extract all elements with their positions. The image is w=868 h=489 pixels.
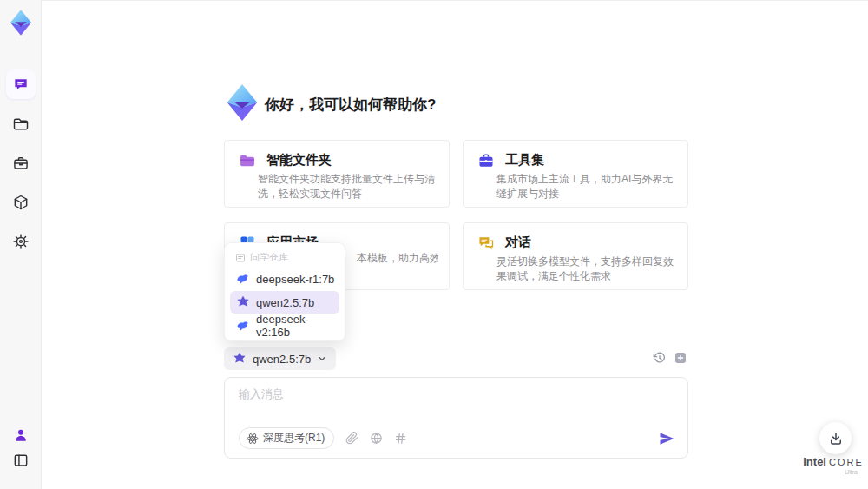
send-icon[interactable] — [658, 430, 675, 447]
briefcase-icon — [12, 155, 30, 172]
sidebar-item-toolkit[interactable] — [6, 149, 36, 178]
model-selector[interactable]: qwen2.5:7b — [224, 347, 336, 370]
card-title: 智能文件夹 — [266, 152, 332, 169]
sidebar-item-collapse[interactable] — [6, 446, 36, 475]
message-input[interactable] — [239, 387, 673, 421]
model-dropdown-header: 问学仓库 — [225, 243, 345, 267]
sidebar — [0, 0, 42, 489]
sidebar-item-folders[interactable] — [6, 109, 36, 139]
composer-toolbar: 深度思考(R1) — [239, 427, 675, 449]
page-title: 你好，我可以如何帮助你? — [265, 95, 436, 115]
qwen-icon — [236, 295, 250, 309]
card-description: 灵活切换多模型文件，支持多样回复效果调试，满足个性化需求 — [496, 254, 677, 284]
card-title: 工具集 — [505, 152, 544, 169]
card-dialogue[interactable]: 对话 灵活切换多模型文件，支持多样回复效果调试，满足个性化需求 — [463, 222, 688, 290]
download-icon — [828, 431, 844, 446]
card-description: 集成市场上主流工具，助力AI与外界无缝扩展与对接 — [496, 172, 677, 202]
model-option-deepseek-v2[interactable]: deepseek-v2:16b — [230, 314, 339, 337]
paperclip-icon[interactable] — [345, 432, 358, 445]
card-description: 智能文件夹功能支持批量文件上传与清洗，轻松实现文件问答 — [258, 172, 438, 202]
core-logo-text: CORE — [829, 457, 864, 467]
card-description: 本模板，助力高效生成多 — [357, 251, 438, 266]
chat-bubble-icon — [12, 76, 30, 93]
download-button[interactable] — [819, 422, 852, 454]
folder-icon — [12, 116, 30, 133]
intel-logo-text: intel — [803, 455, 826, 468]
history-icon[interactable] — [653, 351, 667, 365]
briefcase-blue-icon — [477, 152, 495, 169]
cube-icon — [12, 194, 30, 211]
model-dropdown: 问学仓库 deepseek-r1:7b qwen2.5:7b deepseek-… — [224, 242, 345, 341]
card-toolkit[interactable]: 工具集 集成市场上主流工具，助力AI与外界无缝扩展与对接 — [463, 140, 688, 208]
deepseek-whale-icon — [236, 319, 250, 333]
model-option-deepseek-r1[interactable]: deepseek-r1:7b — [230, 268, 339, 290]
plus-square-icon[interactable] — [674, 351, 687, 365]
user-icon — [12, 426, 30, 444]
sidebar-item-settings[interactable] — [6, 227, 36, 256]
model-option-qwen[interactable]: qwen2.5:7b — [230, 291, 339, 314]
message-composer: 深度思考(R1) — [224, 377, 688, 459]
gem-logo-icon — [7, 9, 35, 36]
chat-yellow-icon — [477, 235, 495, 252]
ultra-logo-text: Ultra — [806, 469, 861, 475]
gear-icon — [12, 233, 30, 250]
gem-logo-icon — [222, 83, 262, 122]
globe-icon[interactable] — [370, 432, 383, 445]
deepseek-whale-icon — [236, 272, 250, 286]
intel-core-badge: intel CORE Ultra — [806, 455, 861, 475]
app-window: 你好，我可以如何帮助你? 智能文件夹 智能文件夹功能支持批量文件上传与清洗，轻松… — [0, 0, 868, 489]
folder-purple-icon — [239, 152, 256, 169]
qwen-icon — [233, 352, 247, 366]
model-option-label: qwen2.5:7b — [256, 296, 314, 309]
model-selector-label: qwen2.5:7b — [253, 353, 311, 366]
model-option-label: deepseek-r1:7b — [256, 273, 334, 286]
sidebar-item-chat[interactable] — [6, 69, 36, 99]
model-dropdown-header-label: 问学仓库 — [250, 251, 288, 264]
atom-icon — [247, 433, 259, 445]
top-divider — [42, 0, 868, 1]
chevron-down-icon — [317, 354, 327, 364]
model-option-label: deepseek-v2:16b — [256, 313, 339, 339]
sidebar-item-models[interactable] — [6, 188, 36, 217]
deep-think-toggle[interactable]: 深度思考(R1) — [239, 427, 334, 449]
deep-think-label: 深度思考(R1) — [263, 431, 325, 446]
quick-actions — [653, 351, 687, 365]
hash-icon[interactable] — [394, 432, 407, 445]
card-title: 对话 — [505, 235, 531, 251]
side-panel-icon — [12, 452, 30, 469]
repo-icon — [235, 253, 246, 263]
card-smart-folder[interactable]: 智能文件夹 智能文件夹功能支持批量文件上传与清洗，轻松实现文件问答 — [224, 140, 450, 208]
